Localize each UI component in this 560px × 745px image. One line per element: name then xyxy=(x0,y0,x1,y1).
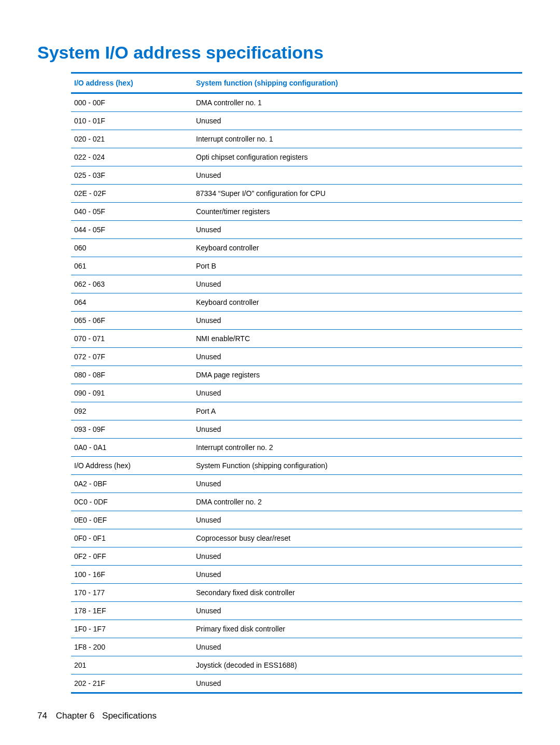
cell-function: Port A xyxy=(193,402,522,420)
table-row: 201Joystick (decoded in ESS1688) xyxy=(71,656,522,674)
table-row: 0A2 - 0BFUnused xyxy=(71,475,522,493)
cell-function: Unused xyxy=(193,166,522,185)
table-row: 0C0 - 0DFDMA controller no. 2 xyxy=(71,493,522,511)
cell-address: 178 - 1EF xyxy=(71,602,193,620)
cell-function: System Function (shipping configuration) xyxy=(193,457,522,475)
cell-address: 100 - 16F xyxy=(71,566,193,584)
table-row: 093 - 09FUnused xyxy=(71,420,522,439)
table-row: 0A0 - 0A1Interrupt controller no. 2 xyxy=(71,439,522,457)
table-row: 092Port A xyxy=(71,402,522,420)
table-row: 080 - 08FDMA page registers xyxy=(71,366,522,384)
table-row: 040 - 05FCounter/timer registers xyxy=(71,203,522,221)
table-row: 178 - 1EFUnused xyxy=(71,602,522,620)
cell-address: 070 - 071 xyxy=(71,330,193,348)
cell-function: Keyboard controller xyxy=(193,293,522,312)
cell-function: DMA controller no. 1 xyxy=(193,93,522,112)
table-row: 061Port B xyxy=(71,257,522,275)
cell-address: 201 xyxy=(71,656,193,674)
cell-address: 0F2 - 0FF xyxy=(71,547,193,566)
cell-function: DMA page registers xyxy=(193,366,522,384)
table-row: 0F2 - 0FFUnused xyxy=(71,547,522,566)
page-title: System I/O address specifications xyxy=(37,43,523,63)
table-row: 064Keyboard controller xyxy=(71,293,522,312)
cell-function: Unused xyxy=(193,511,522,529)
cell-address: 061 xyxy=(71,257,193,275)
table-row: 202 - 21FUnused xyxy=(71,674,522,693)
table-row: 065 - 06FUnused xyxy=(71,312,522,330)
cell-function: Unused xyxy=(193,312,522,330)
table-row: 000 - 00FDMA controller no. 1 xyxy=(71,93,522,112)
table-row: 062 - 063Unused xyxy=(71,275,522,293)
cell-address: 065 - 06F xyxy=(71,312,193,330)
cell-function: Unused xyxy=(193,475,522,493)
chapter-title: Specifications xyxy=(102,711,157,721)
cell-function: Unused xyxy=(193,638,522,656)
header-function: System function (shipping configuration) xyxy=(193,73,522,93)
table-row: 100 - 16FUnused xyxy=(71,566,522,584)
cell-function: Unused xyxy=(193,112,522,130)
cell-function: Port B xyxy=(193,257,522,275)
cell-address: 072 - 07F xyxy=(71,348,193,366)
table-row: 060Keyboard controller xyxy=(71,239,522,257)
cell-address: 080 - 08F xyxy=(71,366,193,384)
cell-function: Unused xyxy=(193,420,522,439)
cell-address: 0F0 - 0F1 xyxy=(71,529,193,547)
table-row: 0E0 - 0EFUnused xyxy=(71,511,522,529)
cell-address: 022 - 024 xyxy=(71,148,193,166)
cell-function: Unused xyxy=(193,602,522,620)
header-address: I/O address (hex) xyxy=(71,73,193,93)
table-row: 1F0 - 1F7Primary fixed disk controller xyxy=(71,620,522,638)
cell-function: Unused xyxy=(193,275,522,293)
table-row: 170 - 177Secondary fixed disk controller xyxy=(71,584,522,602)
cell-function: Interrupt controller no. 2 xyxy=(193,439,522,457)
cell-address: 044 - 05F xyxy=(71,221,193,239)
cell-function: Unused xyxy=(193,384,522,402)
cell-address: 060 xyxy=(71,239,193,257)
cell-function: Secondary fixed disk controller xyxy=(193,584,522,602)
cell-address: 093 - 09F xyxy=(71,420,193,439)
table-row: 1F8 - 200Unused xyxy=(71,638,522,656)
cell-address: 0C0 - 0DF xyxy=(71,493,193,511)
cell-function: Unused xyxy=(193,348,522,366)
cell-address: 062 - 063 xyxy=(71,275,193,293)
cell-function: Unused xyxy=(193,221,522,239)
cell-address: 202 - 21F xyxy=(71,674,193,693)
cell-function: NMI enable/RTC xyxy=(193,330,522,348)
cell-address: 02E - 02F xyxy=(71,185,193,203)
cell-address: 025 - 03F xyxy=(71,166,193,185)
cell-address: 000 - 00F xyxy=(71,93,193,112)
cell-address: 0A2 - 0BF xyxy=(71,475,193,493)
cell-function: Joystick (decoded in ESS1688) xyxy=(193,656,522,674)
cell-function: Counter/timer registers xyxy=(193,203,522,221)
cell-address: 0E0 - 0EF xyxy=(71,511,193,529)
cell-function: Interrupt controller no. 1 xyxy=(193,130,522,148)
cell-function: Unused xyxy=(193,566,522,584)
table-row: 020 - 021Interrupt controller no. 1 xyxy=(71,130,522,148)
cell-address: 092 xyxy=(71,402,193,420)
cell-address: 064 xyxy=(71,293,193,312)
table-row: 02E - 02F87334 “Super I/O” configuration… xyxy=(71,185,522,203)
cell-address: I/O Address (hex) xyxy=(71,457,193,475)
cell-address: 090 - 091 xyxy=(71,384,193,402)
table-row: I/O Address (hex)System Function (shippi… xyxy=(71,457,522,475)
table-row: 044 - 05FUnused xyxy=(71,221,522,239)
io-address-table: I/O address (hex) System function (shipp… xyxy=(71,72,522,694)
cell-address: 1F0 - 1F7 xyxy=(71,620,193,638)
cell-function: Unused xyxy=(193,674,522,693)
cell-function: Primary fixed disk controller xyxy=(193,620,522,638)
table-row: 072 - 07FUnused xyxy=(71,348,522,366)
table-row: 070 - 071NMI enable/RTC xyxy=(71,330,522,348)
chapter-label: Chapter 6 xyxy=(56,711,95,721)
table-row: 010 - 01FUnused xyxy=(71,112,522,130)
table-row: 022 - 024Opti chipset configuration regi… xyxy=(71,148,522,166)
table-row: 090 - 091Unused xyxy=(71,384,522,402)
page-footer: 74 Chapter 6 Specifications xyxy=(37,711,157,721)
cell-address: 040 - 05F xyxy=(71,203,193,221)
cell-function: DMA controller no. 2 xyxy=(193,493,522,511)
cell-address: 0A0 - 0A1 xyxy=(71,439,193,457)
cell-function: Keyboard controller xyxy=(193,239,522,257)
table-row: 025 - 03FUnused xyxy=(71,166,522,185)
table-header-row: I/O address (hex) System function (shipp… xyxy=(71,73,522,93)
cell-address: 1F8 - 200 xyxy=(71,638,193,656)
cell-function: Unused xyxy=(193,547,522,566)
